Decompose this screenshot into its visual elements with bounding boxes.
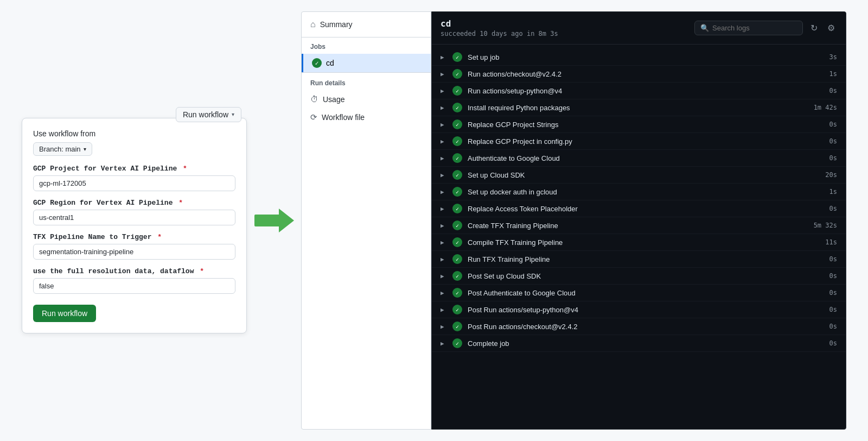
step-success-icon: ✓ <box>452 69 462 79</box>
step-duration: 0s <box>813 339 837 347</box>
step-success-icon: ✓ <box>452 153 462 163</box>
step-duration: 0s <box>813 323 837 330</box>
log-step[interactable]: ▶ ✓ Install required Python packages 1m … <box>432 99 846 116</box>
step-chevron-icon: ▶ <box>441 306 447 313</box>
step-name: Post Run actions/checkout@v2.4.2 <box>468 323 807 331</box>
log-step[interactable]: ▶ ✓ Set up job 3s <box>432 49 846 66</box>
log-step[interactable]: ▶ ✓ Run TFX Training Pipeline 0s <box>432 251 846 268</box>
log-step[interactable]: ▶ ✓ Post Authenticate to Google Cloud 0s <box>432 285 846 301</box>
branch-arrow-icon: ▾ <box>84 146 86 152</box>
refresh-button[interactable]: ↻ <box>808 21 820 35</box>
step-chevron-icon: ▶ <box>441 54 447 61</box>
field-tfx-pipeline-input[interactable] <box>33 244 235 260</box>
use-workflow-from-label: Use workflow from <box>33 129 235 138</box>
step-chevron-icon: ▶ <box>441 340 447 347</box>
run-workflow-submit-button[interactable]: Run workflow <box>33 305 96 322</box>
field-gcp-region-label: GCP Region for Vertex AI Pipeline * <box>33 199 235 207</box>
field-full-resolution: use the full resolution data, dataflow * <box>33 267 235 294</box>
step-name: Complete job <box>468 339 807 348</box>
step-name: Create TFX Training Pipeline <box>468 222 807 230</box>
workflow-form-card: Use workflow from Branch: main ▾ GCP Pro… <box>22 118 247 333</box>
log-step[interactable]: ▶ ✓ Run actions/checkout@v2.4.2 1s <box>432 66 846 83</box>
log-step[interactable]: ▶ ✓ Post Set up Cloud SDK 0s <box>432 268 846 285</box>
step-duration: 0s <box>813 154 837 162</box>
log-step[interactable]: ▶ ✓ Authenticate to Google Cloud 0s <box>432 150 846 167</box>
field-gcp-project-input[interactable] <box>33 175 235 191</box>
log-header-right: 🔍 ↻ ⚙ <box>694 21 837 35</box>
step-success-icon: ✓ <box>452 220 462 230</box>
step-chevron-icon: ▶ <box>441 71 447 78</box>
field-gcp-region: GCP Region for Vertex AI Pipeline * <box>33 199 235 225</box>
step-name: Replace GCP Project Strings <box>468 121 807 129</box>
step-duration: 0s <box>813 87 837 94</box>
flow-arrow <box>247 209 301 232</box>
step-success-icon: ✓ <box>452 52 462 62</box>
step-success-icon: ✓ <box>452 204 462 213</box>
log-step[interactable]: ▶ ✓ Create TFX Training Pipeline 5m 32s <box>432 217 846 234</box>
home-icon: ⌂ <box>310 20 316 29</box>
log-step[interactable]: ▶ ✓ Replace GCP Project in config.py 0s <box>432 133 846 150</box>
step-chevron-icon: ▶ <box>441 256 447 263</box>
summary-link[interactable]: ⌂ Summary <box>302 12 431 37</box>
step-success-icon: ✓ <box>452 119 462 129</box>
step-duration: 0s <box>813 205 837 212</box>
step-name: Post Set up Cloud SDK <box>468 272 807 280</box>
branch-label: Branch: main <box>39 145 81 153</box>
field-gcp-project: GCP Project for Vertex AI Pipeline * <box>33 165 235 191</box>
run-details-section-title: Run details <box>302 72 431 90</box>
log-step[interactable]: ▶ ✓ Set up docker auth in gcloud 1s <box>432 184 846 200</box>
step-chevron-icon: ▶ <box>441 323 447 330</box>
log-step[interactable]: ▶ ✓ Complete job 0s <box>432 335 846 352</box>
log-steps-list: ▶ ✓ Set up job 3s ▶ ✓ Run actions/checko… <box>432 45 846 356</box>
step-name: Post Authenticate to Google Cloud <box>468 289 807 297</box>
cd-job-label: cd <box>326 59 334 67</box>
workflow-form-wrapper: Run workflow ▾ Use workflow from Branch:… <box>22 108 247 333</box>
workflow-file-label: Workflow file <box>322 113 365 122</box>
log-step[interactable]: ▶ ✓ Post Run actions/setup-python@v4 0s <box>432 301 846 318</box>
log-search-box: 🔍 <box>694 21 803 35</box>
log-step[interactable]: ▶ ✓ Post Run actions/checkout@v2.4.2 0s <box>432 318 846 335</box>
step-chevron-icon: ▶ <box>441 121 447 128</box>
log-panel: cd succeeded 10 days ago in 8m 3s 🔍 ↻ ⚙ … <box>431 11 846 430</box>
workflow-file-link[interactable]: ⟳ Workflow file <box>302 108 431 127</box>
log-step[interactable]: ▶ ✓ Set up Cloud SDK 20s <box>432 167 846 184</box>
log-step[interactable]: ▶ ✓ Compile TFX Training Pipeline 11s <box>432 234 846 251</box>
log-step[interactable]: ▶ ✓ Run actions/setup-python@v4 0s <box>432 83 846 99</box>
cd-job-item[interactable]: ✓ cd <box>302 54 431 72</box>
branch-selector[interactable]: Branch: main ▾ <box>33 142 92 156</box>
field-gcp-region-input[interactable] <box>33 210 235 225</box>
required-marker: * <box>183 165 187 173</box>
usage-link[interactable]: ⏱ Usage <box>302 90 431 108</box>
log-search-input[interactable] <box>712 24 797 32</box>
step-success-icon: ✓ <box>452 136 462 146</box>
step-chevron-icon: ▶ <box>441 205 447 212</box>
log-step[interactable]: ▶ ✓ Replace Access Token Placeholder 0s <box>432 200 846 217</box>
dropdown-arrow-icon: ▾ <box>232 111 234 117</box>
github-actions-sidebar: ⌂ Summary Jobs ✓ cd Run details ⏱ Usage … <box>301 11 431 430</box>
step-chevron-icon: ▶ <box>441 138 447 145</box>
run-workflow-top-button[interactable]: Run workflow ▾ <box>176 107 241 122</box>
step-success-icon: ✓ <box>452 86 462 96</box>
search-icon: 🔍 <box>700 24 709 32</box>
step-name: Compile TFX Training Pipeline <box>468 238 807 247</box>
step-success-icon: ✓ <box>452 322 462 331</box>
field-tfx-pipeline-label: TFX Pipeline Name to Trigger * <box>33 233 235 241</box>
step-name: Post Run actions/setup-python@v4 <box>468 306 807 314</box>
step-duration: 1s <box>813 188 837 196</box>
step-duration: 1s <box>813 70 837 78</box>
log-step[interactable]: ▶ ✓ Replace GCP Project Strings 0s <box>432 116 846 133</box>
field-full-resolution-input[interactable] <box>33 278 235 294</box>
usage-label: Usage <box>323 95 344 104</box>
step-duration: 11s <box>813 238 837 246</box>
settings-button[interactable]: ⚙ <box>825 21 837 35</box>
step-success-icon: ✓ <box>452 237 462 247</box>
log-subtitle: succeeded 10 days ago in 8m 3s <box>441 30 558 37</box>
step-duration: 3s <box>813 53 837 61</box>
step-name: Run actions/setup-python@v4 <box>468 87 807 95</box>
step-name: Run TFX Training Pipeline <box>468 255 807 263</box>
step-duration: 0s <box>813 137 837 145</box>
step-success-icon: ✓ <box>452 254 462 264</box>
log-header: cd succeeded 10 days ago in 8m 3s 🔍 ↻ ⚙ <box>432 12 846 45</box>
step-chevron-icon: ▶ <box>441 87 447 94</box>
jobs-section-title: Jobs <box>302 37 431 54</box>
